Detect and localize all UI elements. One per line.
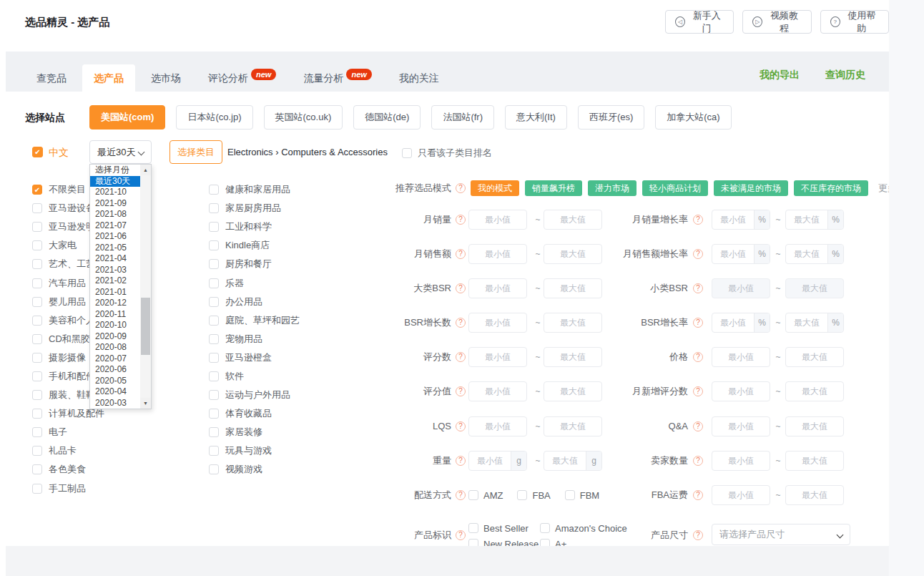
help-icon[interactable]: ? bbox=[456, 490, 466, 500]
category-checkbox[interactable] bbox=[209, 371, 219, 381]
help-icon[interactable]: ? bbox=[456, 249, 466, 259]
amz-checkbox[interactable] bbox=[468, 490, 478, 500]
min-input[interactable] bbox=[712, 382, 770, 401]
bestseller-checkbox[interactable] bbox=[468, 523, 478, 533]
month-option[interactable]: 2020-07 bbox=[90, 353, 140, 365]
month-option[interactable]: 2021-01 bbox=[90, 287, 140, 298]
choose-category-button[interactable]: 选择类目 bbox=[169, 140, 222, 164]
month-option[interactable]: 2020-06 bbox=[90, 364, 140, 376]
month-option[interactable]: 2020-09 bbox=[90, 331, 140, 343]
mode-button[interactable]: 潜力市场 bbox=[588, 180, 637, 196]
help-icon[interactable]: ? bbox=[693, 318, 703, 328]
help-icon[interactable]: ? bbox=[456, 456, 466, 466]
tab-label: 流量分析 bbox=[303, 72, 343, 84]
chinese-checkbox[interactable] bbox=[32, 147, 43, 157]
site-button[interactable]: 法国站(fr) bbox=[431, 105, 494, 130]
help-icon[interactable]: ? bbox=[456, 386, 466, 396]
help-icon[interactable]: ? bbox=[456, 352, 466, 362]
header-action-button[interactable]: ▷ 视频教程 bbox=[742, 10, 811, 34]
range-tilde: ~ bbox=[772, 347, 784, 367]
month-option[interactable]: 选择月份 bbox=[90, 165, 140, 176]
site-button[interactable]: 加拿大站(ca) bbox=[655, 105, 731, 130]
help-icon[interactable]: ? bbox=[456, 215, 466, 225]
mode-button[interactable]: 未被满足的市场 bbox=[714, 180, 788, 196]
site-button[interactable]: 英国站(co.uk) bbox=[264, 105, 343, 130]
month-option[interactable]: 2021-05 bbox=[90, 243, 140, 254]
scrollbar-thumb[interactable] bbox=[141, 298, 150, 355]
month-option[interactable]: 2020-12 bbox=[90, 298, 140, 309]
month-option[interactable]: 2021-09 bbox=[90, 198, 140, 210]
month-option[interactable]: 2021-07 bbox=[90, 220, 140, 232]
shipping-option-amz[interactable]: AMZ bbox=[468, 490, 503, 501]
header-action-button[interactable]: ◁ 新手入门 bbox=[665, 10, 734, 34]
scroll-up-icon[interactable]: ▲ bbox=[140, 165, 151, 175]
new-release-checkbox[interactable] bbox=[468, 539, 478, 546]
min-input[interactable] bbox=[712, 486, 770, 504]
subrank-checkbox[interactable] bbox=[402, 148, 412, 158]
help-icon[interactable]: ? bbox=[693, 490, 703, 500]
min-input[interactable] bbox=[712, 417, 770, 436]
max-input[interactable] bbox=[786, 486, 843, 504]
category-checkbox[interactable] bbox=[32, 371, 42, 381]
mode-button[interactable]: 不压库存的市场 bbox=[794, 180, 868, 196]
min-input[interactable] bbox=[712, 451, 770, 470]
category-checkbox[interactable] bbox=[32, 185, 42, 195]
help-icon[interactable]: ? bbox=[693, 530, 703, 540]
help-icon[interactable]: ? bbox=[693, 352, 703, 362]
tab[interactable]: 查竞品 bbox=[25, 64, 78, 92]
month-option[interactable]: 2020-11 bbox=[90, 309, 140, 321]
period-select[interactable]: 最近30天 bbox=[89, 140, 152, 164]
month-option[interactable]: 2020-08 bbox=[90, 342, 140, 353]
category-checkbox[interactable] bbox=[209, 334, 219, 344]
max-input[interactable] bbox=[786, 382, 843, 401]
help-icon[interactable]: ? bbox=[456, 421, 466, 431]
month-option[interactable]: 2021-04 bbox=[90, 253, 140, 265]
help-icon[interactable]: ? bbox=[693, 215, 703, 225]
help-icon[interactable]: ? bbox=[693, 249, 703, 259]
min-input[interactable] bbox=[712, 348, 770, 366]
help-icon[interactable]: ? bbox=[456, 183, 466, 193]
query-history-link[interactable]: 查询历史 bbox=[825, 69, 865, 82]
month-option[interactable]: 2021-08 bbox=[90, 209, 140, 220]
category-checkbox[interactable] bbox=[209, 185, 219, 195]
scroll-down-icon[interactable]: ▼ bbox=[140, 398, 151, 409]
month-option[interactable]: 2021-03 bbox=[90, 265, 140, 276]
tab[interactable]: 选市场 bbox=[139, 64, 192, 92]
my-exports-link[interactable]: 我的导出 bbox=[760, 69, 800, 82]
help-icon[interactable]: ? bbox=[693, 421, 703, 431]
tab[interactable]: 选产品 bbox=[82, 64, 135, 92]
site-button[interactable]: 意大利(It) bbox=[505, 105, 567, 130]
help-icon[interactable]: ? bbox=[456, 283, 466, 293]
max-input[interactable] bbox=[786, 451, 843, 470]
month-option[interactable]: 2021-06 bbox=[90, 231, 140, 243]
filter-label: FBA运费 bbox=[506, 485, 688, 505]
month-option[interactable]: 2020-04 bbox=[90, 386, 140, 398]
tab[interactable]: 流量分析new bbox=[292, 64, 383, 92]
site-button[interactable]: 美国站(com) bbox=[89, 105, 165, 130]
month-option[interactable]: 2021-02 bbox=[90, 275, 140, 287]
max-input[interactable] bbox=[786, 417, 843, 436]
month-option[interactable]: 2021-10 bbox=[90, 187, 140, 198]
help-icon[interactable]: ? bbox=[693, 456, 703, 466]
more-modes-link[interactable]: 更多 > bbox=[878, 182, 889, 195]
max-input[interactable] bbox=[786, 348, 843, 366]
product-size-select[interactable]: 请选择产品尺寸 bbox=[712, 524, 850, 545]
site-button[interactable]: 日本站(co.jp) bbox=[176, 105, 252, 130]
month-option[interactable]: 2020-10 bbox=[90, 320, 140, 331]
category-checkbox[interactable] bbox=[32, 334, 42, 344]
header-action-button[interactable]: ? 使用帮助 bbox=[820, 10, 889, 34]
site-button[interactable]: 德国站(de) bbox=[353, 105, 421, 130]
site-button[interactable]: 西班牙(es) bbox=[578, 105, 644, 130]
month-option[interactable]: 最近30天 bbox=[90, 176, 140, 187]
mode-button-my[interactable]: 我的模式 bbox=[471, 180, 519, 196]
tab[interactable]: 评论分析new bbox=[197, 64, 287, 92]
month-option[interactable]: 2020-03 bbox=[90, 398, 140, 409]
help-icon[interactable]: ? bbox=[456, 318, 466, 328]
help-icon[interactable]: ? bbox=[693, 386, 703, 396]
help-icon[interactable]: ? bbox=[693, 283, 703, 293]
mode-button[interactable]: 轻小商品计划 bbox=[642, 180, 708, 196]
mode-button[interactable]: 销量飙升榜 bbox=[525, 180, 582, 196]
tab[interactable]: 我的关注 bbox=[388, 64, 451, 92]
help-icon[interactable]: ? bbox=[456, 530, 466, 540]
month-option[interactable]: 2020-05 bbox=[90, 376, 140, 387]
